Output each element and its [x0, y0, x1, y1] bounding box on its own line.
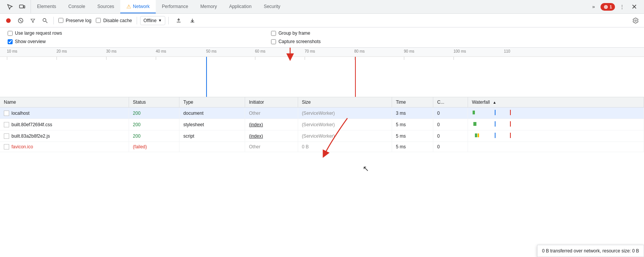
table-row[interactable]: built.83a2b8f2e2.js 200 script (index) (…: [0, 130, 644, 142]
main-content: Preserve log Disable cache Offline ▼: [0, 14, 644, 257]
tab-application[interactable]: Application: [223, 0, 258, 13]
tick-70ms: [305, 57, 305, 60]
table-row[interactable]: favicon.ico (failed) Other 0 B 5 ms 0: [0, 142, 644, 152]
tab-console[interactable]: Console: [62, 0, 91, 13]
options-row: Use large request rows Show overview Gro…: [0, 27, 644, 48]
timeline-area: 10 ms 20 ms 30 ms 40 ms 50 ms 60 ms 70 m…: [0, 48, 644, 97]
har-controls: [173, 15, 198, 26]
filter-button[interactable]: [27, 15, 38, 26]
warning-icon: ⚠: [126, 3, 131, 10]
preserve-log-checkbox-label[interactable]: Preserve log: [57, 18, 93, 23]
record-button[interactable]: [3, 15, 14, 26]
device-toolbar-icon[interactable]: [17, 2, 27, 12]
clear-button[interactable]: [15, 15, 26, 26]
disable-cache-checkbox[interactable]: [96, 18, 101, 23]
network-settings-button[interactable]: [630, 15, 641, 26]
ruler-70ms: 70 ms: [305, 49, 315, 53]
ruler-10ms: 10 ms: [7, 49, 17, 53]
show-overview-label[interactable]: Show overview: [6, 39, 63, 44]
table-row[interactable]: built.80ef72694f.css 200 stylesheet (ind…: [0, 119, 644, 130]
offline-select[interactable]: Offline ▼: [140, 16, 165, 25]
disable-cache-checkbox-label[interactable]: Disable cache: [94, 18, 133, 23]
row-initiator-localhost: Other: [245, 108, 298, 119]
row-priority-localhost: 0: [433, 108, 468, 119]
tab-security[interactable]: Security: [258, 0, 286, 13]
more-tabs-button[interactable]: »: [588, 2, 599, 12]
upload-har-button[interactable]: [173, 15, 184, 26]
tab-network[interactable]: ⚠ Network: [120, 0, 156, 13]
row-type-css: stylesheet: [179, 119, 245, 130]
devtools-icons: [2, 0, 31, 13]
row-waterfall-favicon: [468, 142, 644, 152]
row-waterfall-js: [468, 130, 644, 142]
large-rows-label[interactable]: Use large request rows: [6, 31, 63, 36]
ruler-30ms: 30 ms: [106, 49, 116, 53]
ruler-50ms: 50 ms: [206, 49, 216, 53]
capture-screenshots-label[interactable]: Capture screenshots: [270, 39, 322, 44]
tab-memory[interactable]: Memory: [194, 0, 223, 13]
capture-screenshots-checkbox[interactable]: [271, 39, 276, 44]
timeline-blue-marker: [495, 110, 496, 115]
tick-80ms: [354, 57, 355, 60]
col-time: Time: [392, 97, 433, 108]
search-button[interactable]: [40, 15, 50, 26]
row-size-localhost: (ServiceWorker): [298, 108, 392, 119]
row-priority-css: 0: [433, 119, 468, 130]
more-options-button[interactable]: ⋮: [617, 2, 627, 12]
timeline-red-marker2: [510, 121, 511, 127]
sort-icon: ▲: [492, 100, 496, 104]
row-initiator-favicon: Other: [245, 142, 298, 152]
tick-60ms: [255, 57, 255, 60]
timeline-red-line: [355, 57, 356, 97]
tab-bar: Elements Console Sources ⚠ Network Perfo…: [0, 0, 644, 14]
row-size-js: (ServiceWorker): [298, 130, 392, 142]
options-left: Use large request rows Show overview: [6, 31, 63, 44]
row-type-favicon: [179, 142, 245, 152]
col-status: Status: [129, 97, 179, 108]
row-type-localhost: document: [179, 108, 245, 119]
group-by-frame-label[interactable]: Group by frame: [270, 31, 322, 36]
tab-sources[interactable]: Sources: [91, 0, 120, 13]
row-time-css: 5 ms: [392, 119, 433, 130]
row-waterfall-localhost: [468, 108, 644, 119]
tick-30ms: [106, 57, 107, 60]
file-icon: [4, 122, 9, 127]
ruler-60ms: 60 ms: [255, 49, 265, 53]
svg-point-5: [43, 18, 46, 21]
tab-list: Elements Console Sources ⚠ Network Perfo…: [31, 0, 588, 13]
row-priority-favicon: 0: [433, 142, 468, 152]
row-status-css: 200: [129, 119, 179, 130]
timeline-ruler: 10 ms 20 ms 30 ms 40 ms 50 ms 60 ms 70 m…: [0, 48, 644, 57]
timeline-red-marker: [510, 110, 511, 115]
group-by-frame-checkbox[interactable]: [271, 31, 276, 36]
col-type: Type: [179, 97, 245, 108]
col-waterfall[interactable]: Waterfall ▲: [468, 97, 644, 108]
tab-elements[interactable]: Elements: [31, 0, 62, 13]
col-name: Name: [0, 97, 129, 108]
col-size: Size: [298, 97, 392, 108]
tick-40ms: [156, 57, 156, 60]
row-initiator-js[interactable]: (index): [245, 130, 298, 142]
large-rows-checkbox[interactable]: [8, 31, 13, 36]
table-row[interactable]: localhost 200 document Other (ServiceWor…: [0, 108, 644, 119]
initiator-link-css[interactable]: (index): [249, 122, 263, 127]
initiator-link-js[interactable]: (index): [249, 133, 263, 139]
col-initiator: Initiator: [245, 97, 298, 108]
row-size-css: (ServiceWorker): [298, 119, 392, 130]
row-initiator-css[interactable]: (index): [245, 119, 298, 130]
offline-group: Offline ▼: [140, 16, 165, 25]
svg-rect-1: [24, 6, 25, 8]
tab-performance[interactable]: Performance: [156, 0, 194, 13]
ruler-20ms: 20 ms: [56, 49, 67, 53]
show-overview-checkbox[interactable]: [8, 39, 13, 44]
timeline-blue-line: [206, 57, 207, 97]
download-har-button[interactable]: [187, 15, 198, 26]
select-element-icon[interactable]: [5, 2, 15, 12]
preserve-log-checkbox[interactable]: [58, 18, 63, 23]
timeline-blue-marker3: [495, 133, 496, 138]
col-priority: C...: [433, 97, 468, 108]
row-name-css: built.80ef72694f.css: [0, 119, 129, 130]
error-badge[interactable]: ⊗ 1: [600, 3, 615, 11]
close-devtools-button[interactable]: ✕: [629, 2, 639, 12]
row-time-localhost: 3 ms: [392, 108, 433, 119]
